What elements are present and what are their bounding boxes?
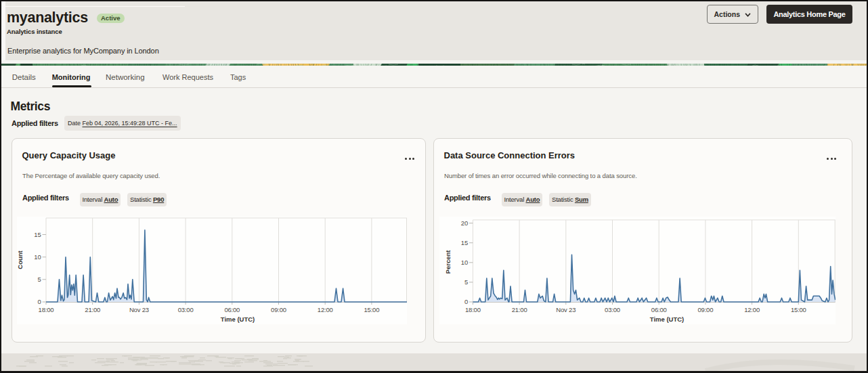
svg-text:06:00: 06:00 <box>651 306 666 313</box>
svg-text:Nov 23: Nov 23 <box>556 306 576 313</box>
svg-text:Count: Count <box>17 250 24 269</box>
svg-text:Time (UTC): Time (UTC) <box>649 315 684 323</box>
svg-text:0: 0 <box>464 298 467 305</box>
svg-text:09:00: 09:00 <box>271 306 286 313</box>
svg-text:12:00: 12:00 <box>318 306 333 313</box>
svg-text:Nov 23: Nov 23 <box>129 306 149 313</box>
svg-text:09:00: 09:00 <box>697 306 713 313</box>
svg-text:21:00: 21:00 <box>85 306 100 313</box>
svg-text:03:00: 03:00 <box>178 306 194 313</box>
svg-text:Time (UTC): Time (UTC) <box>221 315 255 323</box>
svg-text:03:00: 03:00 <box>605 306 620 313</box>
svg-text:06:00: 06:00 <box>224 306 240 313</box>
svg-text:5: 5 <box>37 276 41 283</box>
svg-text:18:00: 18:00 <box>39 306 54 313</box>
svg-text:20: 20 <box>460 219 467 227</box>
svg-text:15: 15 <box>460 239 467 246</box>
svg-text:10: 10 <box>34 253 41 261</box>
svg-text:21:00: 21:00 <box>511 306 527 313</box>
svg-text:15: 15 <box>34 231 41 238</box>
svg-text:Percent: Percent <box>443 250 451 274</box>
svg-text:12:00: 12:00 <box>744 306 760 313</box>
svg-text:5: 5 <box>464 278 467 286</box>
svg-text:10: 10 <box>460 259 467 266</box>
svg-text:0: 0 <box>37 298 41 305</box>
svg-text:15:00: 15:00 <box>364 306 380 313</box>
svg-text:18:00: 18:00 <box>465 306 481 313</box>
svg-text:15:00: 15:00 <box>790 306 806 313</box>
